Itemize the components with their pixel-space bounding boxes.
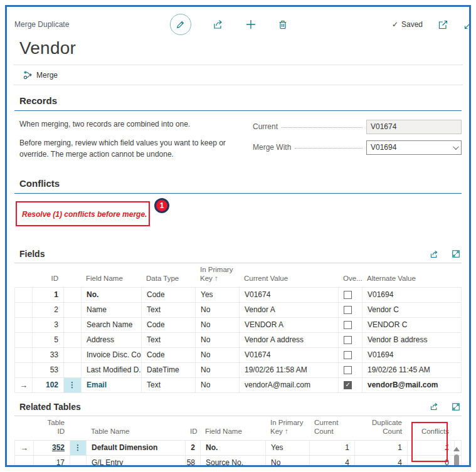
col-alternate-value[interactable]: Alternate Value bbox=[362, 272, 462, 286]
fields-table-row[interactable]: 3 Search Name Code No VENDOR A VENDOR C bbox=[15, 317, 461, 332]
col-current-value[interactable]: Current Value bbox=[239, 272, 338, 286]
data-type-cell[interactable]: DateTime bbox=[142, 363, 196, 377]
field-name-cell[interactable]: Address bbox=[82, 333, 142, 347]
col-conflicts[interactable]: Conflicts bbox=[407, 425, 454, 439]
row-selector-cell[interactable] bbox=[15, 318, 33, 332]
alternate-value-cell[interactable]: V01694 bbox=[362, 288, 461, 302]
in-primary-key-cell[interactable]: No bbox=[196, 318, 240, 332]
share-button[interactable] bbox=[212, 19, 223, 30]
col-table-id[interactable]: Table ID bbox=[33, 416, 70, 440]
delete-button[interactable] bbox=[277, 19, 287, 30]
col-field-name[interactable]: Field Name bbox=[200, 425, 265, 439]
row-menu-cell[interactable] bbox=[64, 348, 82, 362]
col-table-name[interactable]: Table Name bbox=[86, 425, 185, 439]
alternate-value-cell[interactable]: vendorB@mail.com bbox=[362, 378, 461, 392]
fields-share-button[interactable] bbox=[430, 249, 439, 259]
fields-table-row[interactable]: 102 Email Text No vendorA@mail.com vendo… bbox=[15, 377, 461, 392]
related-expand-button[interactable] bbox=[452, 402, 460, 411]
in-primary-key-cell[interactable]: Yes bbox=[266, 441, 310, 455]
alternate-value-cell[interactable]: 19/02/26 11:45 AM bbox=[362, 363, 461, 377]
fields-table-row[interactable]: 33 Invoice Disc. Co... Code No V01674 V0… bbox=[15, 347, 461, 362]
current-count-cell[interactable]: 4 bbox=[310, 456, 355, 466]
row-selector-cell[interactable] bbox=[15, 288, 33, 302]
override-checkbox[interactable] bbox=[344, 351, 352, 359]
vertical-scrollbar[interactable] bbox=[452, 447, 461, 465]
popout-button[interactable] bbox=[438, 19, 448, 30]
related-table-row[interactable]: 352 Default Dimension 2 No. Yes 1 1 1 bbox=[15, 440, 461, 455]
row-menu-cell[interactable] bbox=[64, 303, 82, 317]
table-id-cell[interactable]: 352 bbox=[34, 441, 70, 455]
table-name-cell[interactable]: Default Dimension bbox=[87, 441, 186, 455]
duplicate-count-cell[interactable]: 1 bbox=[355, 441, 408, 455]
row-selector-cell[interactable] bbox=[15, 456, 34, 466]
in-primary-key-cell[interactable]: No bbox=[196, 303, 240, 317]
merge-with-field-input[interactable] bbox=[366, 140, 462, 155]
col-id[interactable]: ID bbox=[185, 425, 200, 439]
merge-button[interactable]: Merge bbox=[23, 70, 58, 80]
related-share-button[interactable] bbox=[430, 402, 439, 411]
scrollbar-thumb[interactable] bbox=[454, 454, 459, 465]
field-name-cell[interactable]: No. bbox=[201, 441, 266, 455]
alternate-value-cell[interactable]: Vendor C bbox=[362, 303, 461, 317]
data-type-cell[interactable]: Code bbox=[142, 348, 196, 362]
id-cell[interactable]: 5 bbox=[33, 333, 64, 347]
fields-table-row[interactable]: 53 Last Modified D... DateTime No 19/02/… bbox=[15, 362, 461, 377]
data-type-cell[interactable]: Code bbox=[142, 318, 196, 332]
field-name-cell[interactable]: Name bbox=[82, 303, 142, 317]
row-selector-cell[interactable] bbox=[15, 378, 33, 392]
id-cell[interactable]: 58 bbox=[186, 456, 201, 466]
row-selector-cell[interactable] bbox=[15, 348, 33, 362]
in-primary-key-cell[interactable]: No bbox=[196, 363, 240, 377]
table-name-cell[interactable]: G/L Entry bbox=[87, 456, 186, 466]
col-current-count[interactable]: Current Count bbox=[309, 416, 354, 440]
row-selector-cell[interactable] bbox=[15, 333, 33, 347]
related-table-row[interactable]: 17 G/L Entry 58 Source No. No 4 4 0 bbox=[15, 455, 461, 466]
col-id[interactable]: ID bbox=[32, 272, 63, 286]
in-primary-key-cell[interactable]: No bbox=[266, 456, 310, 466]
fields-expand-button[interactable] bbox=[452, 249, 460, 258]
in-primary-key-cell[interactable]: No bbox=[196, 348, 240, 362]
id-cell[interactable]: 2 bbox=[186, 441, 201, 455]
row-selector-cell[interactable] bbox=[15, 363, 33, 377]
override-checkbox[interactable] bbox=[344, 306, 352, 314]
alternate-value-cell[interactable]: Vendor B address bbox=[362, 333, 461, 347]
in-primary-key-cell[interactable]: No bbox=[196, 333, 240, 347]
data-type-cell[interactable]: Text bbox=[142, 378, 196, 392]
current-value-cell[interactable]: V01674 bbox=[240, 348, 339, 362]
field-name-cell[interactable]: Invoice Disc. Co... bbox=[82, 348, 142, 362]
row-menu-cell[interactable] bbox=[70, 456, 87, 466]
col-in-primary-key[interactable]: In Primary Key ↑ bbox=[265, 416, 309, 440]
field-name-cell[interactable]: Last Modified D... bbox=[82, 363, 142, 377]
field-name-cell[interactable]: No. bbox=[82, 288, 142, 302]
col-field-name[interactable]: Field Name bbox=[81, 272, 141, 286]
alternate-value-cell[interactable]: V01694 bbox=[362, 348, 461, 362]
id-cell[interactable]: 33 bbox=[33, 348, 64, 362]
in-primary-key-cell[interactable]: No bbox=[196, 378, 240, 392]
id-cell[interactable]: 53 bbox=[33, 363, 64, 377]
current-value-cell[interactable]: VENDOR A bbox=[240, 318, 339, 332]
row-selector-cell[interactable] bbox=[15, 303, 33, 317]
field-name-cell[interactable]: Email bbox=[82, 378, 142, 392]
current-value-cell[interactable]: vendorA@mail.com bbox=[240, 378, 339, 392]
current-value-cell[interactable]: 19/02/26 11:58 AM bbox=[240, 363, 339, 377]
row-menu-cell[interactable] bbox=[64, 333, 82, 347]
row-menu-cell[interactable] bbox=[64, 363, 82, 377]
row-menu-cell[interactable] bbox=[70, 441, 87, 455]
id-cell[interactable]: 102 bbox=[33, 378, 64, 392]
id-cell[interactable]: 3 bbox=[33, 318, 64, 332]
row-menu-cell[interactable] bbox=[64, 378, 82, 392]
override-checkbox[interactable] bbox=[344, 366, 352, 374]
current-value-cell[interactable]: Vendor A address bbox=[240, 333, 339, 347]
field-name-cell[interactable]: Source No. bbox=[201, 456, 266, 466]
id-cell[interactable]: 1 bbox=[33, 288, 64, 302]
col-override[interactable]: Ove... bbox=[338, 272, 362, 286]
override-checkbox[interactable] bbox=[344, 336, 352, 344]
override-checkbox[interactable] bbox=[344, 291, 352, 299]
table-id-cell[interactable]: 17 bbox=[34, 456, 70, 466]
current-value-cell[interactable]: V01674 bbox=[240, 288, 339, 302]
id-cell[interactable]: 2 bbox=[33, 303, 64, 317]
col-data-type[interactable]: Data Type bbox=[141, 272, 195, 286]
data-type-cell[interactable]: Code bbox=[142, 288, 196, 302]
in-primary-key-cell[interactable]: Yes bbox=[196, 288, 240, 302]
new-button[interactable] bbox=[245, 19, 256, 30]
